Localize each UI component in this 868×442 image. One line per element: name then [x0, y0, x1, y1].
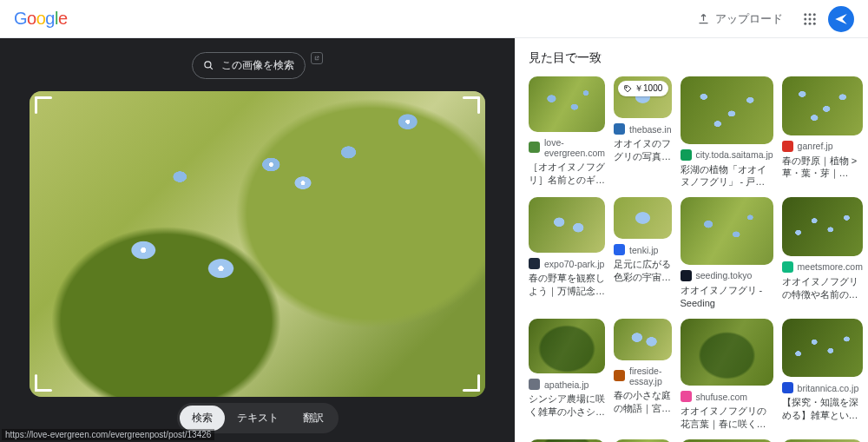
result-title: オオイヌのフグリの写真02 — [614, 137, 671, 163]
result-domain: meetsmore.com — [798, 261, 863, 272]
upload-label: アップロード — [715, 11, 783, 27]
result-source: love-evergreen.com — [529, 137, 605, 158]
open-source-button[interactable] — [311, 52, 323, 64]
result-source: thebase.in — [614, 123, 671, 135]
lens-pane: この画像を検索 検索 テキスト 翻訳 https://love- — [0, 38, 515, 442]
result-title: シンシア農場に咲く雑草の小さシンシア農場に… — [529, 393, 605, 419]
crop-handle-bl[interactable] — [35, 369, 57, 392]
crop-handle-tr[interactable] — [457, 96, 480, 119]
result-source: seeding.tokyo — [681, 270, 773, 281]
result-card[interactable]: seeding.tokyoオオイヌノフグリ - Seeding — [681, 197, 773, 309]
svg-point-3 — [804, 17, 806, 20]
source-image[interactable] — [30, 91, 485, 397]
result-domain: shufuse.com — [696, 392, 748, 402]
result-domain: britannica.co.jp — [798, 383, 859, 393]
result-domain: seeding.tokyo — [696, 270, 753, 280]
price-chip: ￥1000 — [618, 81, 668, 96]
result-card[interactable]: city.toda.saitama.jp彩湖の植物「オオイヌノフグリ」 - 戸田… — [681, 76, 773, 188]
result-domain: thebase.in — [629, 124, 671, 135]
crop-handle-tl[interactable] — [35, 96, 57, 119]
result-domain: love-evergreen.com — [544, 137, 605, 158]
avatar-icon — [833, 11, 849, 27]
result-thumbnail[interactable] — [529, 197, 605, 253]
result-title: 足元に広がる色彩の宇宙。春の小さな野の花… — [614, 258, 671, 284]
result-source: apatheia.jp — [529, 379, 605, 390]
search-icon — [203, 60, 214, 71]
favicon — [614, 123, 625, 135]
svg-point-7 — [809, 22, 812, 24]
result-thumbnail[interactable] — [782, 76, 863, 135]
svg-point-6 — [804, 22, 806, 24]
result-card[interactable]: expo70-park.jp春の野草を観察しよう｜万博記念公園 — [529, 197, 605, 309]
search-this-image-button[interactable]: この画像を検索 — [192, 52, 306, 79]
result-card[interactable]: ganref.jp春の野原｜植物 > 草・葉・芽｜GANREF — [782, 76, 863, 188]
svg-point-1 — [809, 13, 812, 16]
result-source: fireside-essay.jp — [614, 366, 671, 386]
result-thumbnail[interactable] — [614, 197, 671, 239]
result-domain: city.toda.saitama.jp — [696, 149, 773, 160]
crop-handle-br[interactable] — [457, 369, 480, 392]
mode-translate-tab[interactable]: 翻訳 — [291, 406, 336, 431]
result-thumbnail[interactable] — [782, 197, 863, 256]
result-domain: apatheia.jp — [544, 379, 589, 390]
result-thumbnail[interactable] — [681, 197, 773, 265]
result-domain: fireside-essay.jp — [629, 366, 671, 386]
status-url: https://love-evergreen.com/evergreenpost… — [2, 429, 214, 440]
svg-point-10 — [626, 87, 627, 88]
open-external-icon — [314, 53, 319, 63]
result-domain: tenki.jp — [629, 245, 658, 255]
result-thumbnail[interactable] — [529, 319, 605, 374]
mode-text-tab[interactable]: テキスト — [225, 406, 291, 431]
result-card[interactable]: tenki.jp足元に広がる色彩の宇宙。春の小さな野の花… — [614, 197, 671, 309]
results-title: 見た目で一致 — [529, 50, 854, 66]
result-source: tenki.jp — [614, 244, 671, 255]
favicon — [529, 379, 540, 390]
favicon — [614, 370, 625, 381]
svg-point-8 — [813, 22, 816, 24]
favicon — [529, 258, 540, 269]
favicon — [782, 141, 793, 152]
result-card[interactable]: ￥1000thebase.inオオイヌのフグリの写真02 — [614, 76, 671, 188]
result-thumbnail[interactable]: ￥1000 — [614, 76, 671, 118]
tag-icon — [624, 85, 632, 93]
upload-button[interactable]: アップロード — [688, 6, 792, 32]
favicon — [681, 391, 692, 402]
favicon — [681, 149, 692, 161]
result-title: 彩湖の植物「オオイヌノフグリ」 - 戸田市公式… — [681, 163, 773, 189]
upload-icon — [697, 12, 710, 25]
result-thumbnail[interactable] — [782, 319, 863, 378]
search-this-image-label: この画像を検索 — [221, 58, 294, 73]
svg-point-2 — [813, 13, 816, 16]
result-title: 春の野草を観察しよう｜万博記念公園 — [529, 272, 605, 298]
result-thumbnail[interactable] — [529, 76, 605, 132]
result-domain: ganref.jp — [798, 141, 833, 151]
result-card[interactable]: apatheia.jpシンシア農場に咲く雑草の小さシンシア農場に… — [529, 319, 605, 431]
result-card[interactable]: fireside-essay.jp春の小さな庭の物語｜宮崎学フォトエッセイ・… — [614, 319, 671, 431]
favicon — [782, 261, 793, 273]
result-source: ganref.jp — [782, 141, 863, 152]
result-thumbnail[interactable] — [681, 319, 773, 386]
svg-point-9 — [205, 62, 211, 68]
result-thumbnail[interactable] — [614, 319, 671, 360]
result-thumbnail[interactable] — [681, 76, 773, 144]
results-pane[interactable]: 見た目で一致 love-evergreen.com［オオイヌノフグリ］名前とのギ… — [515, 38, 868, 442]
header: Google アップロード — [0, 0, 868, 38]
result-card[interactable]: meetsmore.comオオイヌノフグリの特徴や名前の由来を解説！… — [782, 197, 863, 309]
result-domain: expo70-park.jp — [544, 259, 604, 269]
apps-icon[interactable] — [802, 11, 818, 27]
result-source: meetsmore.com — [782, 261, 863, 273]
result-title: オオイヌノフグリの特徴や名前の由来を解説！… — [782, 275, 863, 301]
result-card[interactable]: love-evergreen.com［オオイヌノフグリ］名前とのギャップが大き… — [529, 76, 605, 188]
google-logo[interactable]: Google — [14, 9, 68, 29]
profile-avatar[interactable] — [828, 6, 854, 32]
favicon — [782, 382, 793, 393]
result-source: shufuse.com — [681, 391, 773, 402]
result-title: 春の小さな庭の物語｜宮崎学フォトエッセイ・… — [614, 389, 671, 415]
result-card[interactable]: britannica.co.jp【探究・知識を深める】雑草という名の草は無… — [782, 319, 863, 431]
result-title: オオイヌノフグリ - Seeding — [681, 284, 773, 310]
mode-search-tab[interactable]: 検索 — [180, 406, 225, 431]
result-card[interactable]: shufuse.comオオイヌノフグリの花言葉｜春に咲く小さな青… — [681, 319, 773, 431]
favicon — [681, 270, 692, 281]
result-title: 春の野原｜植物 > 草・葉・芽｜GANREF — [782, 155, 863, 181]
results-grid: love-evergreen.com［オオイヌノフグリ］名前とのギャップが大き…… — [529, 76, 854, 442]
